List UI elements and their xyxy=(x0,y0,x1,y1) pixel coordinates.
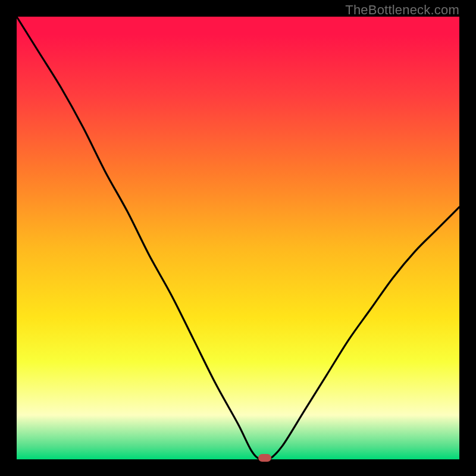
curve-svg xyxy=(17,17,459,459)
watermark-text: TheBottleneck.com xyxy=(345,2,459,18)
bottleneck-curve xyxy=(17,17,459,461)
optimal-point-marker xyxy=(258,454,271,462)
outer-frame: TheBottleneck.com xyxy=(0,0,476,476)
